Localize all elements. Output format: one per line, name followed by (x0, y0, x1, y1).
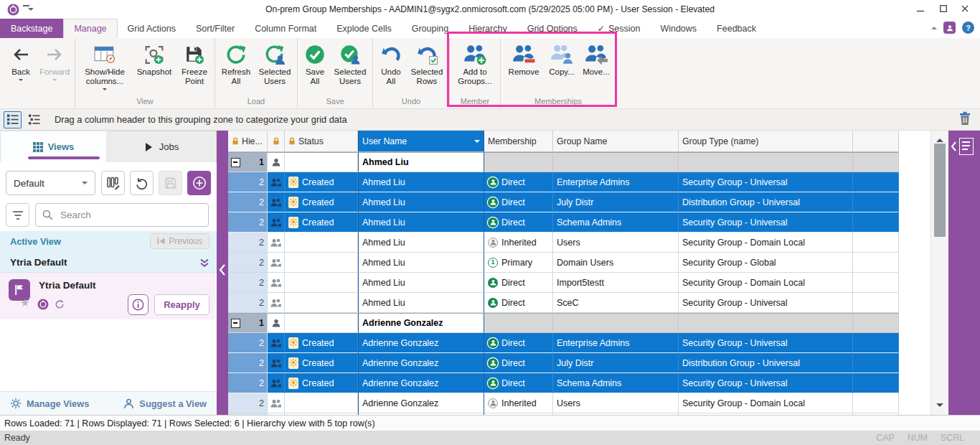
table-row[interactable]: 2 Ahmed Liu 1 Direct SceC Security Group… (228, 293, 899, 313)
minimize-button[interactable] (910, 0, 931, 17)
help-icon[interactable]: ? (962, 22, 974, 34)
empty-cell[interactable] (853, 253, 899, 273)
user-name-cell[interactable]: Ahmed Liu (358, 172, 484, 192)
copy-membership-button[interactable]: Copy... (545, 39, 579, 77)
undo-selected-rows-button[interactable]: Selected Rows (407, 39, 447, 86)
save-all-button[interactable]: Save All (300, 39, 330, 86)
show-hide-columns-button[interactable]: Show/Hide columns... (77, 39, 132, 93)
tab-jobs[interactable]: Jobs (108, 131, 217, 162)
empty-cell[interactable] (853, 192, 899, 212)
view-category-dropdown[interactable]: Default (6, 171, 95, 195)
hierarchy-cell[interactable]: 2 (228, 393, 268, 413)
group-type-cell[interactable] (679, 313, 853, 333)
user-name-cell[interactable]: Adrienne Gonzalez (358, 313, 484, 333)
sidebar-collapse-bar[interactable] (217, 131, 228, 415)
column-header-group-name[interactable]: Group Name (553, 131, 679, 152)
group-type-cell[interactable]: Security Group - Universal (679, 172, 853, 192)
hierarchy-cell[interactable]: 1 (228, 313, 268, 333)
vertical-scrollbar[interactable] (930, 131, 948, 415)
collapse-row-button[interactable] (231, 158, 240, 167)
back-button[interactable]: Back (5, 39, 37, 83)
reapply-button[interactable]: Reapply (154, 294, 209, 315)
active-view-name-row[interactable]: Ytria Default (0, 252, 217, 273)
group-name-cell[interactable]: Enterprise Admins (553, 172, 679, 192)
hierarchy-cell[interactable]: 2 (228, 233, 268, 253)
membership-cell[interactable]: 1 Inherited (484, 233, 553, 253)
hierarchy-cell[interactable]: 1 (228, 152, 268, 172)
close-button[interactable] (954, 0, 976, 17)
group-name-cell[interactable]: Users (553, 393, 679, 413)
empty-cell[interactable] (853, 172, 899, 192)
hierarchy-cell[interactable]: 2 (228, 333, 268, 353)
group-type-cell[interactable]: Distribution Group - Universal (679, 192, 853, 212)
empty-cell[interactable] (853, 353, 899, 373)
grouping-zone[interactable]: Drag a column header to this grouping zo… (0, 109, 980, 131)
group-name-cell[interactable]: July Distr (553, 192, 679, 212)
empty-cell[interactable] (853, 233, 899, 253)
membership-cell[interactable]: 1 Direct (484, 333, 553, 353)
collapse-ribbon-icon[interactable] (931, 24, 937, 29)
tab-sort-filter[interactable]: Sort/Filter (186, 19, 245, 38)
group-type-cell[interactable]: Security Group - Universal (679, 212, 853, 233)
collapse-row-button[interactable] (231, 319, 240, 328)
tab-grid-options[interactable]: Grid Options (517, 19, 588, 38)
group-type-cell[interactable]: Security Group - Universal (679, 333, 853, 353)
suggest-view-link[interactable]: Suggest a View (123, 398, 207, 409)
maximize-button[interactable] (933, 0, 954, 17)
membership-cell[interactable]: 1 Direct (484, 273, 553, 293)
group-name-cell[interactable]: Import5testt (553, 273, 679, 293)
add-to-groups-button[interactable]: Add to Groups... (452, 39, 498, 86)
user-name-cell[interactable]: Ahmed Liu (358, 233, 484, 253)
column-header-hierarchy[interactable]: Hie... (228, 131, 268, 152)
filter-views-button[interactable] (6, 203, 29, 227)
refresh-selected-users-button[interactable]: Selected Users (255, 39, 295, 86)
table-row[interactable]: 2 Ahmed Liu 1 Inherited Users Security G… (228, 233, 899, 253)
flat-view-icon[interactable] (25, 111, 43, 128)
membership-cell[interactable]: 1 Inherited (484, 393, 553, 413)
membership-cell[interactable]: 1 (484, 313, 553, 333)
empty-cell[interactable] (853, 313, 899, 333)
tab-manage[interactable]: Manage (63, 19, 117, 38)
user-name-cell[interactable]: Ahmed Liu (358, 253, 484, 273)
forward-dropdown-caret[interactable] (52, 79, 57, 83)
group-type-cell[interactable]: Distribution Group - Universal (679, 353, 853, 373)
group-name-cell[interactable]: Users (553, 233, 679, 253)
scroll-down-icon[interactable] (936, 403, 943, 411)
undo-all-button[interactable]: Undo All (375, 39, 407, 86)
table-row[interactable]: 1 Ahmed Liu 1 (228, 152, 899, 172)
membership-cell[interactable]: 1 Direct (484, 293, 553, 313)
empty-cell[interactable] (853, 152, 899, 172)
group-type-cell[interactable]: Security Group - Universal (679, 293, 853, 313)
column-header-row-type[interactable] (268, 131, 285, 152)
user-name-cell[interactable]: Adrienne Gonzalez (358, 373, 484, 393)
membership-cell[interactable]: 1 Direct (484, 353, 553, 373)
group-type-cell[interactable]: Security Group - Domain Local (679, 273, 853, 293)
membership-cell[interactable]: 1 Direct (484, 212, 553, 233)
back-dropdown-caret[interactable] (19, 79, 23, 83)
group-type-cell[interactable] (679, 152, 853, 172)
tab-views[interactable]: Views (0, 131, 107, 162)
membership-cell[interactable]: 1 Direct (484, 192, 553, 212)
view-info-button[interactable] (128, 294, 149, 315)
save-view-button[interactable] (159, 171, 182, 195)
scroll-up-icon[interactable] (936, 135, 943, 142)
user-name-cell[interactable]: Ahmed Liu (358, 192, 484, 212)
table-row[interactable]: 2 Ahmed Liu 1 Primary Domain Users Secur… (228, 253, 899, 273)
search-input[interactable] (59, 209, 202, 221)
move-membership-button[interactable]: Move... (579, 39, 613, 77)
hierarchy-cell[interactable]: 2 (228, 172, 268, 192)
manage-views-link[interactable]: Manage Views (10, 398, 89, 409)
save-selected-users-button[interactable]: Selected Users (330, 39, 370, 86)
empty-cell[interactable] (853, 293, 899, 313)
table-row[interactable]: 2 Created Ahmed Liu 1 Direct July Distr … (228, 192, 899, 212)
empty-cell[interactable] (853, 333, 899, 353)
group-name-cell[interactable]: Schema Admins (553, 373, 679, 393)
group-name-cell[interactable] (553, 152, 679, 172)
hierarchy-cell[interactable]: 2 (228, 373, 268, 393)
column-header-empty[interactable] (853, 131, 899, 152)
hierarchy-cell[interactable]: 2 (228, 273, 268, 293)
remove-membership-button[interactable]: Remove (503, 39, 545, 77)
table-row[interactable]: 2 Created Ahmed Liu 1 Direct Enterprise … (228, 172, 899, 192)
scrollbar-thumb[interactable] (934, 144, 946, 237)
edit-columns-button[interactable] (101, 171, 125, 195)
